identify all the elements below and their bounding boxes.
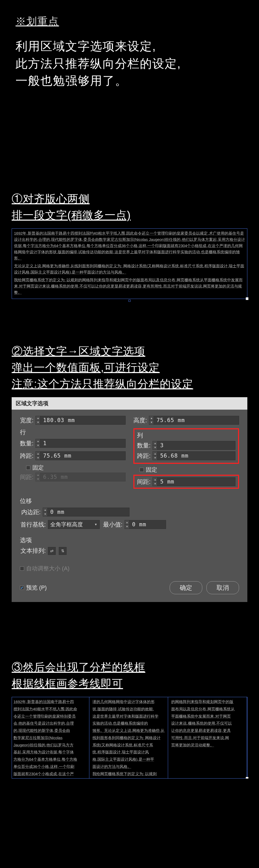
col-count-input[interactable]: ▲▼ 3 xyxy=(153,441,235,450)
frame-resize-handle[interactable] xyxy=(246,298,248,300)
filler-line: 系统(又称网格设计系统,标准尺寸系 xyxy=(93,742,166,749)
options-section-label: 选项 xyxy=(20,536,239,544)
height-input[interactable]: ▲▼ 75.65 mm xyxy=(149,416,239,425)
row-fixed-checkbox[interactable] xyxy=(26,466,30,470)
step1-title: ①对齐版心两侧 排一段文字(稍微多一点) xyxy=(12,191,247,223)
preview-label: 预览 (P) xyxy=(26,584,46,592)
ok-button[interactable]: 确定 xyxy=(170,581,202,594)
row-span-value[interactable]: 75.65 mm xyxy=(40,453,125,459)
chevron-down-icon: ▼ xyxy=(94,523,97,526)
gap-highlight-box: 间距: ▲▼ 5 mm xyxy=(133,475,239,489)
cancel-button[interactable]: 取消 xyxy=(206,581,239,594)
col-gap-input[interactable]: ▲▼ 5 mm xyxy=(153,477,235,486)
inset-value[interactable]: 0 mm xyxy=(47,509,129,515)
col-count-label: 数量: xyxy=(137,441,151,450)
col-span-label: 跨距: xyxy=(137,452,151,460)
filler-line: 页将更加的灵活动规整。 xyxy=(171,742,245,749)
row-gap-input: ▲▼ 6.35 mm xyxy=(35,473,126,482)
step2-title: ②选择文字→区域文字选项 弹出一个数值面板,可进行设定 注意:这个方法只推荐纵向… xyxy=(12,343,247,392)
filler-line: 状,版面的随排,试验传达功能的效能, xyxy=(93,706,166,713)
area-text-frame[interactable]: 1692年,新普基的法国南干路易十四授到法国约40相水平字纸入围,因此命令还立一… xyxy=(12,228,247,299)
step2-title-line: 弹出一个数值面板,可进行设定 xyxy=(12,359,247,376)
filler-line: 雏形。无论从定义上说,网格更为准确些,从 xyxy=(93,727,166,734)
text-flow-horizontal-icon[interactable]: ⇄ xyxy=(48,547,56,555)
col-fixed-checkbox[interactable] xyxy=(139,468,144,472)
auto-size-checkbox[interactable] xyxy=(20,566,24,570)
text-column: 的网格阵列来指导和规划网页中的版面布局以及信息分布,网页栅格系统从平面栅格系统中… xyxy=(170,697,247,778)
stepper-icon: ▲▼ xyxy=(36,473,40,481)
width-input[interactable]: ▲▼ 180.03 mm xyxy=(35,416,126,425)
stepper-icon[interactable]: ▲▼ xyxy=(36,416,40,425)
filler-paragraph: 无论从定义上说,网格更为准确些,从线到面形到同栅格的定义为: 网格设计系统(又称… xyxy=(14,263,245,275)
step1-title-line: 排一段文字(稍微多一点) xyxy=(12,207,247,223)
filler-line: 方格分为64个基本方格单位,每个方格 xyxy=(13,756,88,763)
filler-line: 实验的活动,也是栅格系统编排的 xyxy=(93,720,166,727)
row-count-input[interactable]: ▲▼ 1 xyxy=(35,439,126,448)
filler-line: 统,程序版面设计,瑞士平面设计风 xyxy=(93,748,166,756)
filler-line: 谨的几何网格网络中设计字体体的形 xyxy=(93,698,166,706)
auto-size-label: 自动调整大小 (A) xyxy=(26,565,69,572)
step3-title-line: ③然后会出现了分栏的线框 xyxy=(12,659,247,675)
text-column: 谨的几何网格网络中设计字体体的形状,版面的随排,试验传达功能的效能,这是世界主最… xyxy=(91,697,168,778)
offset-section-label: 位移 xyxy=(20,497,239,505)
min-input[interactable]: ▲▼ 0 mm xyxy=(125,520,166,529)
stepper-icon[interactable]: ▲▼ xyxy=(36,439,40,447)
row-span-label: 跨距: xyxy=(20,452,33,460)
stepper-icon[interactable]: ▲▼ xyxy=(153,452,158,460)
stepper-icon[interactable]: ▲▼ xyxy=(36,452,40,460)
col-span-value[interactable]: 56.68 mm xyxy=(158,453,235,459)
filler-line: 数学家尼古拉斯加宗(Nicolas xyxy=(13,734,88,742)
text-flow-label: 文本排列: xyxy=(20,547,46,555)
stepper-icon[interactable]: ▲▼ xyxy=(149,416,154,425)
intro-line: 利用区域文字选项来设定, xyxy=(15,38,244,55)
col-fixed-label: 固定 xyxy=(146,466,157,474)
filler-line: 这是世界主最早对字体和版面进行科学 xyxy=(93,713,166,720)
columns-highlight-box: 列 数量: ▲▼ 3 跨距: ▲▼ xyxy=(133,428,239,464)
inset-input[interactable]: ▲▼ 0 mm xyxy=(43,508,129,517)
step3-title: ③然后会出现了分栏的线框 根据线框画参考线即可 xyxy=(12,659,247,692)
step2-title-line: 注意:这个方法只推荐纵向分栏的设定 xyxy=(12,376,247,392)
preview-checkbox[interactable] xyxy=(20,586,24,590)
filler-line: 可用性,而且,对于前端开发来说,网 xyxy=(171,734,245,742)
row-gap-label: 间距: xyxy=(20,473,33,481)
filler-line: 格,国际主义平面设计风格),是一种平 xyxy=(93,756,166,763)
frame-resize-handle[interactable] xyxy=(246,777,248,779)
filler-line: 面设计的方法与风格。 xyxy=(93,763,166,770)
stepper-icon[interactable]: ▲▼ xyxy=(43,508,47,516)
width-label: 宽度: xyxy=(20,416,33,425)
filler-line: 1692年,新普基的法国南干路易十四 xyxy=(13,698,88,706)
step1-title-line: ①对齐版心两侧 xyxy=(12,191,247,207)
row-fixed-label: 固定 xyxy=(32,464,44,472)
filler-line: 会,他的基住号是设计出科学的,合理 xyxy=(13,720,88,727)
filler-line: 设计来说,栅格系统的使用,不仅可以 xyxy=(171,720,245,727)
filler-line: 的网格阵列来指导和规划网页中的版 xyxy=(171,698,245,706)
step2-title-line: ②选择文字→区域文字选项 xyxy=(12,343,247,359)
stepper-icon[interactable]: ▲▼ xyxy=(153,477,158,486)
intro-text: 利用区域文字选项来设定, 此方法只推荐纵向分栏的设定, 一般也勉强够用了。 xyxy=(15,38,244,89)
cols-section-label: 列 xyxy=(137,431,235,439)
filler-line: 面布局以及信息分布,网页栅格系统从 xyxy=(171,706,245,713)
stepper-icon[interactable]: ▲▼ xyxy=(125,520,129,529)
text-flow-vertical-icon[interactable]: ⇅ xyxy=(59,547,67,555)
frame-center-handle[interactable] xyxy=(128,300,131,302)
rows-section-label: 行 xyxy=(20,428,126,436)
filler-line: 令还立一个管理印刷的皇家特别委员 xyxy=(13,713,88,720)
col-count-value[interactable]: 3 xyxy=(158,442,235,448)
row-count-value[interactable]: 1 xyxy=(40,440,125,446)
col-gap-value[interactable]: 5 mm xyxy=(158,478,235,485)
row-span-input[interactable]: ▲▼ 75.65 mm xyxy=(35,452,126,460)
row-gap-value: 6.35 mm xyxy=(40,474,125,480)
filler-line: 授到法国力40能水平不纸入围,因此命 xyxy=(13,706,88,713)
width-value[interactable]: 180.03 mm xyxy=(40,417,125,423)
filler-line: 让你的息息更显易读更易读容,更具 xyxy=(171,727,245,734)
height-value[interactable]: 75.65 mm xyxy=(154,417,239,423)
baseline-select[interactable]: 全角字框高度 ▼ xyxy=(48,520,100,529)
columned-text-frame[interactable]: 1692年,新普基的法国南干路易十四授到法国力40能水平不纸入围,因此命令还立一… xyxy=(12,697,247,779)
min-value[interactable]: 0 mm xyxy=(129,521,166,528)
col-span-input[interactable]: ▲▼ 56.68 mm xyxy=(153,452,235,460)
row-count-label: 数量: xyxy=(20,439,33,447)
stepper-icon[interactable]: ▲▼ xyxy=(153,441,158,450)
baseline-value: 全角字框高度 xyxy=(50,521,83,528)
baseline-label: 首行基线: xyxy=(20,521,46,529)
filler-line: 版面就有2304个小格成成,在这个严 xyxy=(13,770,88,777)
